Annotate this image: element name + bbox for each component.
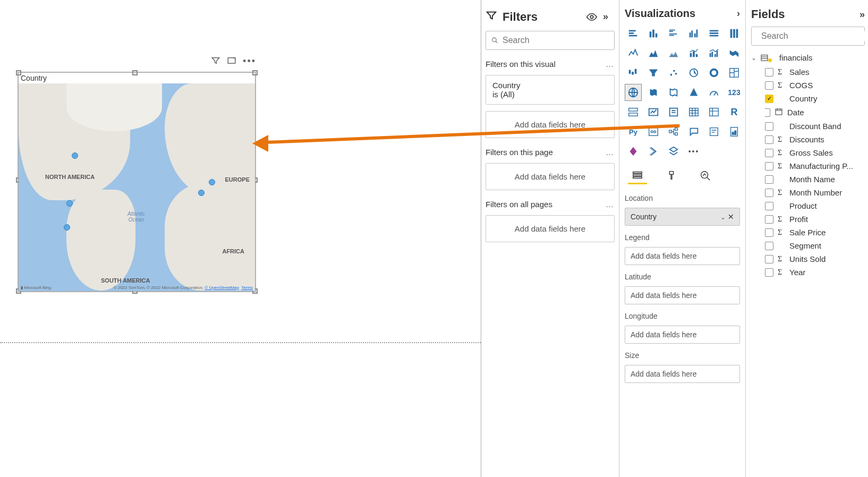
field-checkbox[interactable]: [765, 228, 773, 237]
field-cogs[interactable]: ΣCOGS: [765, 81, 865, 90]
filters-search[interactable]: [486, 31, 615, 50]
field-checkbox[interactable]: [765, 202, 773, 210]
map-point[interactable]: [198, 190, 205, 196]
field-checkbox[interactable]: [765, 175, 773, 184]
filled-map-icon[interactable]: [645, 84, 662, 101]
format-tab[interactable]: [662, 167, 681, 184]
field-checkbox[interactable]: [765, 268, 773, 277]
more-visuals[interactable]: •••: [685, 143, 702, 160]
qa-visual-icon[interactable]: [685, 123, 702, 140]
field-checkbox[interactable]: [765, 108, 770, 117]
section-more[interactable]: …: [606, 59, 615, 69]
100stacked-column-icon[interactable]: [726, 25, 743, 42]
fields-tab[interactable]: [628, 167, 647, 184]
focus-mode-icon[interactable]: [227, 56, 236, 68]
100stacked-bar-icon[interactable]: [705, 25, 722, 42]
terms-link[interactable]: Terms: [241, 285, 253, 290]
visual-more-options[interactable]: •••: [243, 56, 256, 68]
field-checkbox[interactable]: [765, 255, 773, 263]
power-apps-icon[interactable]: [625, 143, 642, 160]
line-chart-icon[interactable]: [625, 45, 642, 62]
collapse-icon[interactable]: »: [603, 11, 615, 23]
stacked-area-icon[interactable]: [665, 45, 682, 62]
map-point[interactable]: [66, 200, 73, 207]
filter-icon[interactable]: [211, 56, 220, 68]
table-icon[interactable]: [685, 104, 702, 121]
slicer-icon[interactable]: [665, 104, 682, 121]
report-canvas[interactable]: ••• Country NORTH AMERICA SOUTH AMERICA: [0, 0, 481, 477]
area-chart-icon[interactable]: [645, 45, 662, 62]
map-point[interactable]: [72, 152, 78, 159]
stacked-bar-icon[interactable]: [625, 25, 642, 42]
well-longitude[interactable]: Add data fields here: [625, 326, 740, 344]
field-segment[interactable]: Segment: [765, 241, 865, 250]
narrative-icon[interactable]: [705, 123, 722, 140]
field-checkbox[interactable]: [765, 68, 773, 76]
field-year[interactable]: ΣYear: [765, 268, 865, 277]
map-point[interactable]: [64, 224, 70, 231]
scatter-icon[interactable]: [665, 64, 682, 81]
line-clustered-icon[interactable]: [705, 45, 722, 62]
card-icon[interactable]: 123: [726, 84, 743, 101]
ribbon-chart-icon[interactable]: [726, 45, 743, 62]
well-location[interactable]: Country ⌄ ✕: [625, 208, 740, 226]
field-checkbox[interactable]: ✓: [765, 95, 773, 103]
field-checkbox[interactable]: [765, 122, 773, 131]
stacked-column-icon[interactable]: [645, 25, 662, 42]
clustered-bar-icon[interactable]: [665, 25, 682, 42]
kpi-icon[interactable]: [645, 104, 662, 121]
r-visual-icon[interactable]: R: [726, 104, 743, 121]
osm-link[interactable]: © OpenStreetMap: [205, 285, 239, 290]
field-country[interactable]: ✓Country: [765, 94, 865, 103]
matrix-icon[interactable]: [705, 104, 722, 121]
field-sale-price[interactable]: ΣSale Price: [765, 228, 865, 237]
treemap-icon[interactable]: [726, 64, 743, 81]
field-month-number[interactable]: ΣMonth Number: [765, 188, 865, 197]
field-discount-band[interactable]: Discount Band: [765, 122, 865, 131]
chevron-down-icon[interactable]: ⌄: [751, 54, 756, 62]
section-more[interactable]: …: [606, 200, 615, 209]
field-date[interactable]: ›Date: [765, 107, 865, 117]
field-checkbox[interactable]: [765, 215, 773, 224]
shape-map-icon[interactable]: [665, 84, 682, 101]
clustered-column-icon[interactable]: [685, 25, 702, 42]
field-checkbox[interactable]: [765, 81, 773, 90]
field-checkbox[interactable]: [765, 135, 773, 144]
get-visuals-icon[interactable]: [665, 143, 682, 160]
fields-search[interactable]: [751, 27, 865, 46]
remove-field-icon[interactable]: ✕: [728, 212, 734, 221]
map-body[interactable]: NORTH AMERICA SOUTH AMERICA EUROPE AFRIC…: [19, 83, 255, 291]
resize-handle[interactable]: [132, 70, 138, 75]
donut-chart-icon[interactable]: [705, 64, 722, 81]
field-checkbox[interactable]: [765, 149, 773, 157]
field-checkbox[interactable]: [765, 242, 773, 250]
well-legend[interactable]: Add data fields here: [625, 247, 740, 265]
azure-map-icon[interactable]: [685, 84, 702, 101]
fields-search-input[interactable]: [761, 31, 867, 41]
field-sales[interactable]: ΣSales: [765, 67, 865, 76]
field-product[interactable]: Product: [765, 201, 865, 210]
funnel-icon[interactable]: [645, 64, 662, 81]
paginated-report-icon[interactable]: [726, 123, 743, 140]
show-hide-icon[interactable]: [586, 11, 598, 23]
drop-page-filters[interactable]: Add data fields here: [486, 163, 615, 190]
resize-handle[interactable]: [252, 70, 258, 75]
field-discounts[interactable]: ΣDiscounts: [765, 135, 865, 144]
field-checkbox[interactable]: [765, 189, 773, 197]
filter-card-country[interactable]: Country is (All): [486, 75, 615, 105]
chevron-down-icon[interactable]: ⌄: [720, 214, 726, 221]
well-latitude[interactable]: Add data fields here: [625, 286, 740, 304]
well-size[interactable]: Add data fields here: [625, 365, 740, 383]
multi-card-icon[interactable]: [625, 104, 642, 121]
collapse-icon[interactable]: »: [860, 9, 865, 20]
power-automate-icon[interactable]: [645, 143, 662, 160]
map-icon[interactable]: [625, 84, 642, 101]
waterfall-icon[interactable]: [625, 64, 642, 81]
table-financials[interactable]: ⌄ financials: [751, 53, 865, 62]
field-checkbox[interactable]: [765, 162, 773, 171]
field-month-name[interactable]: Month Name: [765, 175, 865, 184]
line-column-icon[interactable]: [685, 45, 702, 62]
field-profit[interactable]: ΣProfit: [765, 215, 865, 224]
section-more[interactable]: …: [606, 148, 615, 157]
gauge-icon[interactable]: [705, 84, 722, 101]
